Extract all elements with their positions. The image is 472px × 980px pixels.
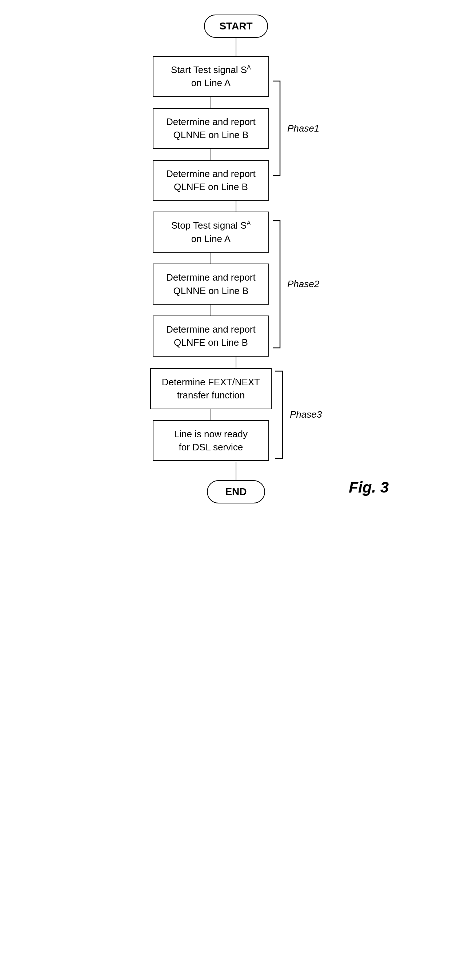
step4-text-line2: on Line A bbox=[191, 233, 231, 244]
phase3-bracket-area: Phase3 bbox=[272, 368, 322, 462]
phase3-group: Determine FEXT/NEXT transfer function Li… bbox=[72, 368, 400, 462]
connector-5 bbox=[210, 253, 212, 264]
connector-9 bbox=[236, 462, 237, 480]
step6-text-line1: Determine and report bbox=[166, 324, 256, 335]
step2-text-line1: Determine and report bbox=[166, 116, 256, 127]
step6-node: Determine and report QLNFE on Line B bbox=[153, 315, 269, 356]
phase3-steps: Determine FEXT/NEXT transfer function Li… bbox=[150, 368, 272, 461]
phase1-bracket-svg bbox=[269, 78, 284, 179]
start-node: START bbox=[204, 14, 268, 38]
step5-text-line2: QLNNE on Line B bbox=[174, 285, 249, 296]
step3-text-line1: Determine and report bbox=[166, 168, 256, 179]
phase3-label: Phase3 bbox=[290, 409, 322, 420]
connector-7 bbox=[236, 356, 237, 368]
flowchart-diagram: START Start Test signal SA on Line A Det… bbox=[72, 14, 400, 503]
step7-node: Determine FEXT/NEXT transfer function bbox=[150, 368, 272, 409]
step4-node: Stop Test signal SA on Line A bbox=[153, 212, 269, 253]
step1-text-line2: on Line A bbox=[191, 78, 231, 88]
connector-1 bbox=[236, 38, 237, 56]
step1-sub: A bbox=[247, 64, 251, 70]
step2-text-line2: QLNNE on Line B bbox=[174, 129, 249, 140]
step5-node: Determine and report QLNNE on Line B bbox=[153, 264, 269, 305]
step3-text-line2: QLNFE on Line B bbox=[174, 181, 248, 192]
step8-node: Line is now ready for DSL service bbox=[153, 420, 269, 461]
step1-text-line1: Start Test signal S bbox=[171, 64, 247, 75]
phase1-label: Phase1 bbox=[287, 123, 319, 134]
step4-text-line1: Stop Test signal S bbox=[171, 220, 247, 231]
phase1-bracket-area: Phase1 bbox=[269, 78, 319, 179]
phase2-bracket-svg bbox=[269, 217, 284, 352]
step8-text-line2: for DSL service bbox=[179, 442, 243, 453]
phase2-bracket-area: Phase2 bbox=[269, 217, 319, 352]
connector-2 bbox=[210, 97, 212, 108]
phase2-group: Stop Test signal SA on Line A Determine … bbox=[72, 212, 400, 356]
phase1-steps: Start Test signal SA on Line A Determine… bbox=[153, 56, 269, 200]
phase3-bracket-svg bbox=[272, 368, 286, 462]
phase1-group: Start Test signal SA on Line A Determine… bbox=[72, 56, 400, 200]
step8-text-line1: Line is now ready bbox=[174, 429, 248, 439]
step7-text-line1: Determine FEXT/NEXT bbox=[162, 377, 260, 388]
connector-6 bbox=[210, 305, 212, 315]
step6-text-line2: QLNFE on Line B bbox=[174, 337, 248, 348]
connector-3 bbox=[210, 149, 212, 160]
step5-text-line1: Determine and report bbox=[166, 272, 256, 283]
step4-sub: A bbox=[247, 220, 250, 226]
phase2-steps: Stop Test signal SA on Line A Determine … bbox=[153, 212, 269, 356]
step2-node: Determine and report QLNNE on Line B bbox=[153, 108, 269, 149]
end-node: END bbox=[207, 480, 265, 503]
step7-text-line2: transfer function bbox=[177, 390, 245, 401]
step3-node: Determine and report QLNFE on Line B bbox=[153, 160, 269, 201]
connector-8 bbox=[210, 409, 212, 420]
step1-node: Start Test signal SA on Line A bbox=[153, 56, 269, 97]
phase2-label: Phase2 bbox=[287, 278, 319, 290]
connector-4 bbox=[236, 200, 237, 212]
figure-label: Fig. 3 bbox=[349, 479, 389, 496]
